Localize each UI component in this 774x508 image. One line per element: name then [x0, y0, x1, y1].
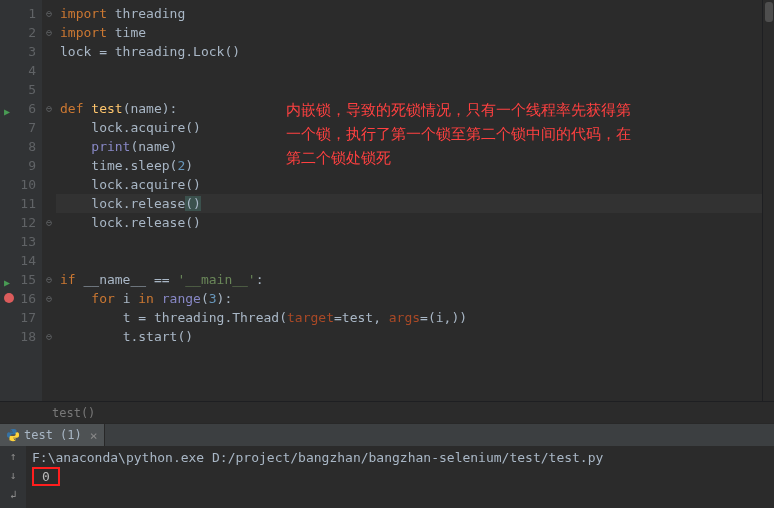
fold-toggle[interactable]: ⊖	[42, 270, 56, 289]
line-number[interactable]: 12	[0, 213, 42, 232]
scroll-up-icon[interactable]: ↑	[10, 450, 17, 463]
code-line[interactable]: import threading	[56, 4, 762, 23]
fold-toggle	[42, 194, 56, 213]
code-line[interactable]: import time	[56, 23, 762, 42]
fold-toggle	[42, 251, 56, 270]
console-tab-test[interactable]: test (1) ×	[0, 424, 105, 447]
fold-toggle[interactable]: ⊖	[42, 289, 56, 308]
console-tabs: test (1) ×	[0, 423, 774, 446]
code-line[interactable]	[56, 251, 762, 270]
fold-toggle[interactable]: ⊖	[42, 23, 56, 42]
fold-toggle	[42, 308, 56, 327]
fold-toggle[interactable]: ⊖	[42, 99, 56, 118]
line-number[interactable]: 9	[0, 156, 42, 175]
code-line[interactable]: lock.release()	[56, 213, 762, 232]
console-tab-label: test (1)	[24, 428, 82, 442]
console-output[interactable]: F:\anaconda\python.exe D:/project/bangzh…	[26, 446, 774, 508]
wrap-icon[interactable]: ↲	[10, 488, 17, 501]
annotation-overlay: 内嵌锁，导致的死锁情况，只有一个线程率先获得第 一个锁，执行了第一个锁至第二个锁…	[286, 98, 762, 170]
code-line[interactable]: for i in range(3):	[56, 289, 762, 308]
console-command: F:\anaconda\python.exe D:/project/bangzh…	[32, 450, 768, 465]
annotation-line-1: 内嵌锁，导致的死锁情况，只有一个线程率先获得第	[286, 98, 762, 122]
line-number[interactable]: 17	[0, 308, 42, 327]
code-line[interactable]: lock.acquire()	[56, 175, 762, 194]
line-number[interactable]: 18	[0, 327, 42, 346]
code-line[interactable]: if __name__ == '__main__':	[56, 270, 762, 289]
code-line[interactable]	[56, 80, 762, 99]
console-body: ↑ ↓ ↲ F:\anaconda\python.exe D:/project/…	[0, 446, 774, 508]
breadcrumb[interactable]: test()	[0, 401, 774, 423]
code-line[interactable]: lock = threading.Lock()	[56, 42, 762, 61]
line-number[interactable]: 3	[0, 42, 42, 61]
fold-toggle	[42, 175, 56, 194]
line-number[interactable]: 4	[0, 61, 42, 80]
fold-toggle	[42, 118, 56, 137]
line-number[interactable]: 11	[0, 194, 42, 213]
line-number[interactable]: 6▶	[0, 99, 42, 118]
annotation-line-2: 一个锁，执行了第一个锁至第二个锁中间的代码，在	[286, 122, 762, 146]
line-number[interactable]: 10	[0, 175, 42, 194]
fold-toggle[interactable]: ⊖	[42, 213, 56, 232]
code-area[interactable]: import threadingimport timelock = thread…	[56, 0, 762, 401]
fold-toggle	[42, 80, 56, 99]
fold-toggle[interactable]: ⊖	[42, 327, 56, 346]
line-number[interactable]: 2	[0, 23, 42, 42]
line-number[interactable]: 15▶	[0, 270, 42, 289]
fold-toggle[interactable]: ⊖	[42, 4, 56, 23]
console-toolbar: ↑ ↓ ↲	[0, 446, 26, 508]
console-highlighted-output: 0	[32, 467, 60, 486]
breakpoint-icon[interactable]	[4, 293, 14, 303]
code-line[interactable]	[56, 232, 762, 251]
code-line[interactable]: t = threading.Thread(target=test, args=(…	[56, 308, 762, 327]
fold-toggle	[42, 42, 56, 61]
line-number[interactable]: 16	[0, 289, 42, 308]
line-number[interactable]: 14	[0, 251, 42, 270]
line-number[interactable]: 13	[0, 232, 42, 251]
editor-scrollbar[interactable]	[762, 0, 774, 401]
code-line[interactable]	[56, 61, 762, 80]
line-number[interactable]: 5	[0, 80, 42, 99]
breadcrumb-text: test()	[52, 406, 95, 420]
line-number[interactable]: 1	[0, 4, 42, 23]
close-icon[interactable]: ×	[86, 428, 98, 443]
line-number-gutter: 123456▶789101112131415▶161718	[0, 0, 42, 401]
python-icon	[6, 428, 20, 442]
line-number[interactable]: 8	[0, 137, 42, 156]
line-number[interactable]: 7	[0, 118, 42, 137]
code-line[interactable]: lock.release()	[56, 194, 762, 213]
fold-toggle	[42, 156, 56, 175]
fold-toggle	[42, 61, 56, 80]
annotation-line-3: 第二个锁处锁死	[286, 146, 762, 170]
scrollbar-thumb[interactable]	[765, 2, 773, 22]
fold-toggle	[42, 137, 56, 156]
fold-column: ⊖⊖⊖⊖⊖⊖⊖	[42, 0, 56, 401]
code-line[interactable]: t.start()	[56, 327, 762, 346]
editor-area: 123456▶789101112131415▶161718 ⊖⊖⊖⊖⊖⊖⊖ im…	[0, 0, 774, 401]
fold-toggle	[42, 232, 56, 251]
scroll-down-icon[interactable]: ↓	[10, 469, 17, 482]
